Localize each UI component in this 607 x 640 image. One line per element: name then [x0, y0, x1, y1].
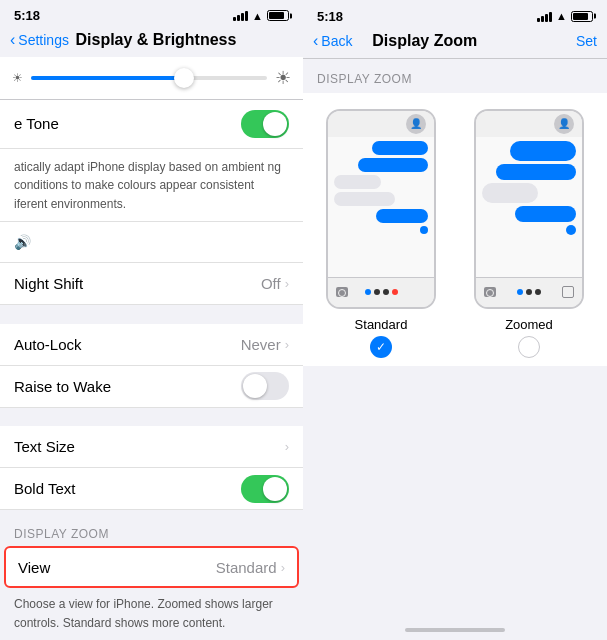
- sound-row: 🔊: [0, 221, 303, 263]
- radio-unselected-icon: [518, 336, 540, 358]
- standard-phone-footer: [328, 277, 434, 307]
- battery-icon-right: [571, 11, 593, 22]
- footer-right-std: [414, 286, 426, 298]
- raise-to-wake-label: Raise to Wake: [14, 378, 241, 395]
- auto-lock-chevron: ›: [285, 337, 289, 352]
- standard-radio[interactable]: ✓: [370, 336, 392, 358]
- dot-dark-std: [374, 289, 380, 295]
- bubble-z-l-1: [482, 183, 538, 203]
- view-value: Standard: [216, 559, 277, 576]
- status-icons-right: ▲: [537, 10, 593, 22]
- footer-dots-standard: [365, 289, 398, 295]
- bubble-r-2: [358, 158, 429, 172]
- signal-bar-1: [233, 17, 236, 21]
- true-tone-label: e Tone: [14, 115, 231, 132]
- nav-title-left: Display & Brightness: [19, 31, 293, 49]
- view-label: View: [18, 559, 216, 576]
- bubble-r-3: [376, 209, 428, 223]
- back-chevron-left: ‹: [10, 31, 15, 49]
- signal-bars-right: [537, 11, 552, 22]
- battery-icon-left: [267, 10, 289, 21]
- text-size-row[interactable]: Text Size ›: [0, 426, 303, 468]
- standard-preview-header: 👤: [328, 111, 434, 137]
- true-tone-toggle[interactable]: [241, 110, 289, 138]
- nav-title-right: Display Zoom: [303, 32, 547, 50]
- true-tone-description: atically adapt iPhone display based on a…: [14, 160, 281, 212]
- auto-lock-row[interactable]: Auto-Lock Never ›: [0, 324, 303, 366]
- bubble-l-2: [334, 192, 395, 206]
- tail-indicator: [420, 226, 428, 234]
- view-description-box: Choose a view for iPhone. Zoomed shows l…: [0, 588, 303, 640]
- slider-thumb[interactable]: [174, 68, 194, 88]
- signal-bar-3: [241, 13, 244, 21]
- camera-icon-standard: [336, 287, 348, 297]
- bold-text-row: Bold Text: [0, 468, 303, 510]
- left-panel: 5:18 ▲ ‹ Settings Display & Brightness ☀: [0, 0, 303, 640]
- auto-lock-value: Never: [241, 336, 281, 353]
- signal-bar-r-2: [541, 16, 544, 22]
- right-bottom-area: [303, 366, 607, 640]
- radio-selected-icon: ✓: [370, 336, 392, 358]
- dot-dark-zoom: [526, 289, 532, 295]
- zoomed-label: Zoomed: [505, 317, 553, 332]
- status-time-left: 5:18: [14, 8, 40, 23]
- zoomed-phone-preview: 👤: [474, 109, 584, 309]
- section-gap-2: [0, 408, 303, 427]
- signal-bar-r-4: [549, 12, 552, 22]
- signal-bar-r-3: [545, 14, 548, 22]
- bold-text-label: Bold Text: [14, 480, 241, 497]
- signal-bar-4: [245, 11, 248, 21]
- night-shift-row[interactable]: Night Shift Off ›: [0, 263, 303, 305]
- signal-bars-left: [233, 10, 248, 21]
- bold-text-toggle[interactable]: [241, 475, 289, 503]
- display-zoom-header: DISPLAY ZOOM: [0, 518, 303, 546]
- zoomed-radio[interactable]: [518, 336, 540, 358]
- camera-icon-zoomed: [484, 287, 496, 297]
- footer-right-zoom: [562, 286, 574, 298]
- home-indicator-right: [303, 620, 607, 640]
- auto-lock-label: Auto-Lock: [14, 336, 241, 353]
- view-row[interactable]: View Standard ›: [4, 546, 299, 588]
- bubble-z-r-3: [515, 206, 576, 222]
- bubble-l-1: [334, 175, 381, 189]
- true-tone-description-box: atically adapt iPhone display based on a…: [0, 148, 303, 221]
- zoomed-preview-item[interactable]: 👤: [469, 109, 589, 358]
- footer-dots-zoomed: [517, 289, 541, 295]
- brightness-slider[interactable]: [31, 76, 267, 80]
- brightness-low-icon: ☀: [12, 71, 23, 85]
- raise-to-wake-knob: [243, 374, 267, 398]
- zoom-previews-container: 👤: [303, 93, 607, 366]
- sound-icon: 🔊: [14, 234, 31, 250]
- radio-check-icon: ✓: [376, 340, 386, 354]
- standard-label: Standard: [355, 317, 408, 332]
- right-panel: 5:18 ▲ ‹ Back Display Zoom Set DISPLAY Z…: [303, 0, 607, 640]
- dot-blue-std: [365, 289, 371, 295]
- bubble-z-r-1: [510, 141, 576, 161]
- standard-preview-item[interactable]: 👤: [321, 109, 441, 358]
- wifi-icon-left: ▲: [252, 10, 263, 22]
- night-shift-chevron: ›: [285, 276, 289, 291]
- dot-red-std: [392, 289, 398, 295]
- signal-bar-2: [237, 15, 240, 21]
- display-zoom-label-right: DISPLAY ZOOM: [317, 72, 412, 86]
- dot-dark2-zoom: [535, 289, 541, 295]
- bold-text-knob: [263, 477, 287, 501]
- raise-to-wake-toggle[interactable]: [241, 372, 289, 400]
- set-button[interactable]: Set: [547, 33, 597, 49]
- nav-bar-right: ‹ Back Display Zoom Set: [303, 28, 607, 58]
- bubble-r-1: [372, 141, 428, 155]
- zoomed-preview-header: 👤: [476, 111, 582, 137]
- zoomed-phone-footer: [476, 277, 582, 307]
- view-description-text: Choose a view for iPhone. Zoomed shows l…: [14, 597, 273, 630]
- standard-phone-preview: 👤: [326, 109, 436, 309]
- true-tone-knob: [263, 112, 287, 136]
- status-icons-left: ▲: [233, 10, 289, 22]
- nav-bar-left: ‹ Settings Display & Brightness: [0, 27, 303, 57]
- slider-fill: [31, 76, 184, 80]
- brightness-row: ☀ ☀: [0, 57, 303, 99]
- tail-z: [566, 225, 576, 235]
- battery-fill-left: [269, 12, 284, 19]
- status-bar-left: 5:18 ▲: [0, 0, 303, 27]
- display-zoom-section-right: DISPLAY ZOOM: [303, 59, 607, 93]
- night-shift-value: Off: [261, 275, 281, 292]
